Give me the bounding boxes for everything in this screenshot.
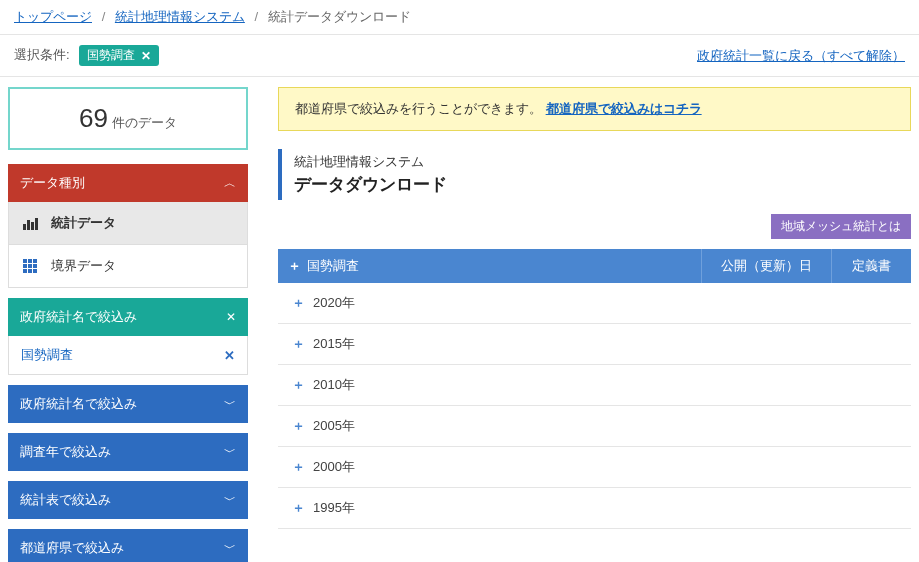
- data-table: ＋国勢調査 公開（更新）日 定義書 ＋2020年 ＋2015年 ＋2010年 ＋…: [278, 249, 911, 529]
- svg-rect-3: [35, 218, 38, 230]
- count-text: 件のデータ: [112, 115, 177, 130]
- panel-title: 都道府県で絞込み: [20, 539, 124, 557]
- svg-rect-0: [23, 224, 26, 230]
- panel-title: 政府統計名で絞込み: [20, 308, 137, 326]
- chevron-down-icon: ﹀: [224, 540, 236, 557]
- svg-rect-5: [28, 259, 32, 263]
- panel-header-prefecture[interactable]: 都道府県で絞込み﹀: [8, 529, 248, 562]
- close-icon[interactable]: ✕: [226, 310, 236, 324]
- breadcrumb-sep: /: [255, 9, 259, 24]
- plus-icon: ＋: [292, 377, 305, 392]
- page-title: 統計地理情報システム データダウンロード: [278, 149, 911, 200]
- chevron-down-icon: ﹀: [224, 492, 236, 509]
- count-number: 69: [79, 103, 108, 133]
- svg-rect-10: [23, 269, 27, 273]
- th-def: 定義書: [831, 249, 911, 283]
- close-icon[interactable]: ✕: [141, 49, 151, 63]
- type-item-boundary[interactable]: 境界データ: [8, 245, 248, 288]
- svg-rect-11: [28, 269, 32, 273]
- plus-icon: ＋: [288, 258, 301, 273]
- breadcrumb-current: 統計データダウンロード: [268, 9, 411, 24]
- filter-tag-text: 国勢調査: [87, 47, 135, 64]
- panel-title: データ種別: [20, 174, 85, 192]
- stats-icon: [23, 216, 41, 230]
- selected-filter-item[interactable]: 国勢調査 ✕: [8, 336, 248, 375]
- svg-rect-4: [23, 259, 27, 263]
- breadcrumb-link-system[interactable]: 統計地理情報システム: [115, 9, 245, 24]
- panel-header-name[interactable]: 政府統計名で絞込み﹀: [8, 385, 248, 423]
- type-item-label: 統計データ: [51, 214, 116, 232]
- svg-rect-12: [33, 269, 37, 273]
- panel-title: 調査年で絞込み: [20, 443, 111, 461]
- plus-icon: ＋: [292, 459, 305, 474]
- notice-text: 都道府県で絞込みを行うことができます。: [295, 101, 542, 116]
- filter-tag[interactable]: 国勢調査 ✕: [79, 45, 159, 66]
- main-content: 都道府県で絞込みを行うことができます。 都道府県で絞込みはコチラ 統計地理情報シ…: [278, 87, 911, 529]
- panel-title: 政府統計名で絞込み: [20, 395, 137, 413]
- mesh-info-badge[interactable]: 地域メッシュ統計とは: [771, 214, 911, 239]
- svg-rect-8: [28, 264, 32, 268]
- notice-link[interactable]: 都道府県で絞込みはコチラ: [546, 101, 702, 116]
- table-row[interactable]: ＋2020年: [278, 283, 911, 324]
- selected-filter-label: 国勢調査: [21, 346, 73, 364]
- svg-rect-2: [31, 222, 34, 230]
- breadcrumb: トップページ / 統計地理情報システム / 統計データダウンロード: [0, 0, 919, 35]
- type-item-label: 境界データ: [51, 257, 116, 275]
- chevron-up-icon: ︿: [224, 175, 236, 192]
- filter-bar: 選択条件: 国勢調査 ✕ 政府統計一覧に戻る（すべて解除）: [0, 35, 919, 77]
- table-row[interactable]: ＋2000年: [278, 447, 911, 488]
- breadcrumb-link-top[interactable]: トップページ: [14, 9, 92, 24]
- plus-icon: ＋: [292, 500, 305, 515]
- grid-icon: [23, 259, 41, 273]
- panel-header-data-type[interactable]: データ種別 ︿: [8, 164, 248, 202]
- reset-filters-link[interactable]: 政府統計一覧に戻る（すべて解除）: [697, 47, 905, 65]
- panel-data-type: データ種別 ︿ 統計データ 境界データ: [8, 164, 248, 288]
- svg-rect-7: [23, 264, 27, 268]
- table-row[interactable]: ＋1995年: [278, 488, 911, 529]
- plus-icon: ＋: [292, 295, 305, 310]
- close-icon[interactable]: ✕: [224, 348, 235, 363]
- page-main-title: データダウンロード: [294, 173, 911, 196]
- plus-icon: ＋: [292, 418, 305, 433]
- page-subtitle: 統計地理情報システム: [294, 153, 911, 171]
- sidebar: 69件のデータ データ種別 ︿ 統計データ 境界データ: [8, 87, 248, 562]
- table-row[interactable]: ＋2005年: [278, 406, 911, 447]
- notice-banner: 都道府県で絞込みを行うことができます。 都道府県で絞込みはコチラ: [278, 87, 911, 131]
- result-count: 69件のデータ: [8, 87, 248, 150]
- plus-icon: ＋: [292, 336, 305, 351]
- chevron-down-icon: ﹀: [224, 396, 236, 413]
- panel-title: 統計表で絞込み: [20, 491, 111, 509]
- type-item-stats[interactable]: 統計データ: [8, 202, 248, 245]
- filter-label: 選択条件:: [14, 47, 70, 62]
- table-row[interactable]: ＋2010年: [278, 365, 911, 406]
- svg-rect-6: [33, 259, 37, 263]
- panel-header-year[interactable]: 調査年で絞込み﹀: [8, 433, 248, 471]
- panel-header-name-filter[interactable]: 政府統計名で絞込み ✕: [8, 298, 248, 336]
- chevron-down-icon: ﹀: [224, 444, 236, 461]
- th-name[interactable]: ＋国勢調査: [278, 249, 701, 283]
- th-pub: 公開（更新）日: [701, 249, 831, 283]
- panel-name-filter: 政府統計名で絞込み ✕ 国勢調査 ✕: [8, 298, 248, 375]
- breadcrumb-sep: /: [102, 9, 106, 24]
- svg-rect-9: [33, 264, 37, 268]
- svg-rect-1: [27, 220, 30, 230]
- table-row[interactable]: ＋2015年: [278, 324, 911, 365]
- panel-header-table[interactable]: 統計表で絞込み﹀: [8, 481, 248, 519]
